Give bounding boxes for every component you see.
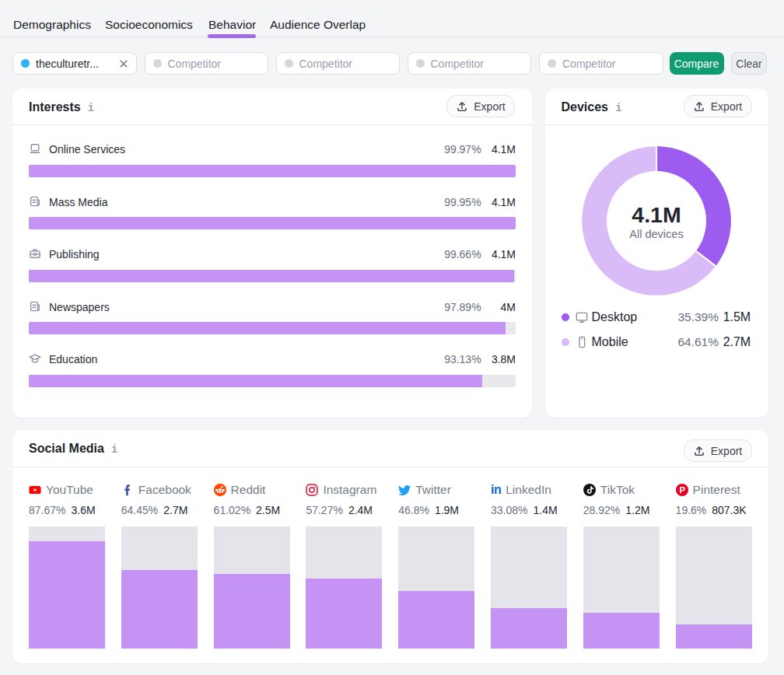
svg-text:P: P	[679, 485, 685, 495]
